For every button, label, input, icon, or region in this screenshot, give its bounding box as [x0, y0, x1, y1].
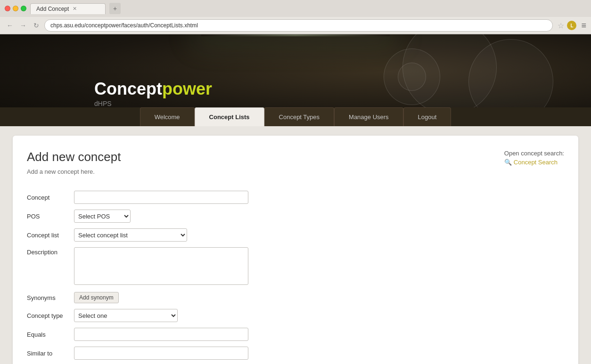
- tab-close-icon[interactable]: ✕: [73, 6, 77, 12]
- window-controls: [5, 6, 26, 11]
- tab-manage-users[interactable]: Manage Users: [334, 107, 403, 126]
- minimize-window-button[interactable]: [13, 6, 18, 11]
- browser-menu-icon[interactable]: ≡: [581, 21, 586, 31]
- pos-select[interactable]: Select POS Noun Verb Adjective Adverb: [74, 210, 131, 223]
- similar-to-row: Similar to: [27, 345, 252, 361]
- concept-list-label: Concept list: [27, 227, 74, 243]
- concept-row: Concept: [27, 189, 252, 205]
- title-bar: Add Concept ✕ +: [0, 0, 591, 17]
- logo-subtitle: dHPS: [94, 100, 591, 107]
- concept-search-link[interactable]: 🔍 Concept Search: [504, 159, 564, 166]
- concept-search-label: Open concept search:: [504, 150, 564, 157]
- browser-chrome: Add Concept ✕ + ← → ↻ ☆ L ≡: [0, 0, 591, 34]
- equals-label: Equals: [27, 326, 74, 342]
- user-avatar: L: [567, 21, 576, 30]
- synonyms-label: Synonyms: [27, 291, 74, 305]
- description-textarea[interactable]: [74, 247, 248, 285]
- concept-type-row: Concept type Select one: [27, 307, 252, 324]
- page-subtitle: Add a new concept here.: [27, 168, 564, 175]
- description-row: Description: [27, 246, 252, 288]
- site-header: Conceptpower dHPS Welcome Concept Lists …: [0, 34, 591, 126]
- tab-title: Add Concept: [36, 6, 69, 12]
- similar-to-label: Similar to: [27, 345, 74, 361]
- tab-welcome[interactable]: Welcome: [140, 107, 195, 126]
- tab-logout[interactable]: Logout: [403, 107, 451, 126]
- main-card: Open concept search: 🔍 Concept Search Ad…: [13, 136, 578, 364]
- address-bar[interactable]: [44, 19, 553, 32]
- pos-row: POS Select POS Noun Verb Adjective Adver…: [27, 208, 252, 224]
- refresh-button[interactable]: ↻: [31, 20, 41, 31]
- page-content: Open concept search: 🔍 Concept Search Ad…: [0, 126, 591, 364]
- concept-search-area: Open concept search: 🔍 Concept Search: [504, 150, 564, 166]
- add-synonym-button[interactable]: Add synonym: [74, 292, 119, 303]
- search-icon: 🔍: [504, 159, 512, 166]
- bookmark-icon[interactable]: ☆: [558, 21, 564, 30]
- page-title: Add new concept: [27, 150, 564, 164]
- equals-row: Equals: [27, 326, 252, 342]
- synonyms-area: Add synonym: [74, 292, 248, 303]
- nav-tabs: Welcome Concept Lists Concept Types Mana…: [140, 107, 451, 126]
- logo-text-yellow: power: [162, 79, 212, 98]
- equals-input[interactable]: [74, 328, 248, 341]
- description-label: Description: [27, 246, 74, 288]
- concept-list-row: Concept list Select concept list: [27, 227, 252, 243]
- header-light-effect: [201, 34, 390, 36]
- forward-button[interactable]: →: [18, 20, 28, 31]
- similar-to-input[interactable]: [74, 347, 248, 360]
- new-tab-button[interactable]: +: [109, 3, 121, 14]
- back-button[interactable]: ←: [5, 20, 15, 31]
- maximize-window-button[interactable]: [21, 6, 26, 11]
- concept-label: Concept: [27, 189, 74, 205]
- pos-label: POS: [27, 208, 74, 224]
- concept-type-label: Concept type: [27, 307, 74, 324]
- tab-concept-lists[interactable]: Concept Lists: [195, 107, 264, 126]
- site-nav: Welcome Concept Lists Concept Types Mana…: [0, 107, 591, 126]
- tab-concept-types[interactable]: Concept Types: [264, 107, 334, 126]
- concept-list-select[interactable]: Select concept list: [74, 228, 187, 242]
- add-concept-form: Concept POS Select POS Noun Verb Adjecti…: [27, 186, 252, 364]
- browser-tab[interactable]: Add Concept ✕: [30, 3, 106, 14]
- logo-text-normal: Concept: [94, 79, 162, 98]
- synonyms-row: Synonyms Add synonym: [27, 291, 252, 305]
- close-window-button[interactable]: [5, 6, 10, 11]
- site-logo: Conceptpower: [94, 79, 591, 99]
- header-content: Conceptpower dHPS: [0, 70, 591, 107]
- nav-bar: ← → ↻ ☆ L ≡: [0, 17, 591, 34]
- concept-input[interactable]: [74, 191, 248, 204]
- concept-type-select[interactable]: Select one: [74, 309, 178, 322]
